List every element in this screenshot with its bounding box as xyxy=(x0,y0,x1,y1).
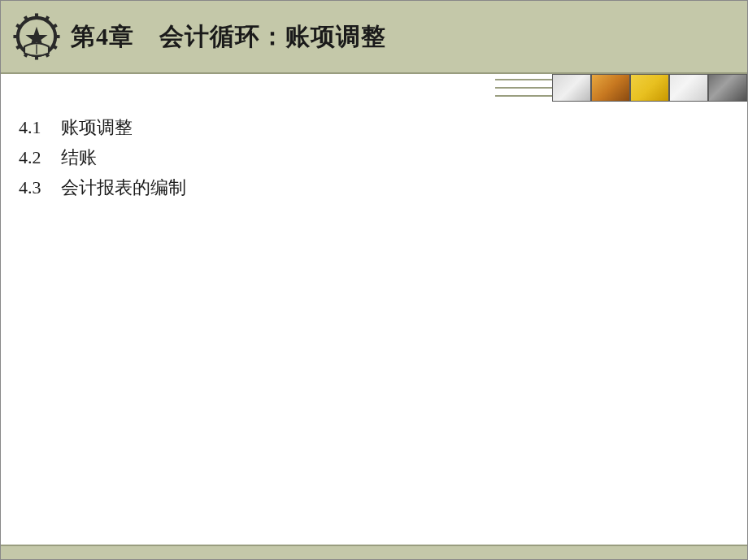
decorative-lines xyxy=(495,76,552,100)
thumbnail-fan-icon xyxy=(669,74,708,102)
thumbnail-clock-icon xyxy=(630,74,669,102)
toc-label: 结账 xyxy=(61,143,97,171)
slide-footer xyxy=(1,545,747,559)
thumbnail-pen-icon xyxy=(552,74,591,102)
toc-item: 4.2 结账 xyxy=(19,143,747,171)
chapter-badge-icon xyxy=(9,9,64,64)
svg-rect-10 xyxy=(13,35,19,38)
svg-rect-4 xyxy=(54,35,60,38)
chapter-title: 第4章 会计循环：账项调整 xyxy=(71,20,386,54)
svg-rect-1 xyxy=(35,13,38,19)
toc-label: 账项调整 xyxy=(61,113,133,141)
slide-header: 第4章 会计循环：账项调整 xyxy=(1,1,747,74)
toc-label: 会计报表的编制 xyxy=(61,173,186,202)
toc-number: 4.1 xyxy=(19,113,61,141)
thumbnail-strip xyxy=(552,74,747,102)
toc-number: 4.2 xyxy=(19,143,61,171)
thumbnail-people-icon xyxy=(708,74,747,102)
toc-number: 4.3 xyxy=(19,173,61,202)
toc-item: 4.1 账项调整 xyxy=(19,113,747,141)
toc-item: 4.3 会计报表的编制 xyxy=(19,173,747,202)
thumbnail-hands-icon xyxy=(591,74,630,102)
